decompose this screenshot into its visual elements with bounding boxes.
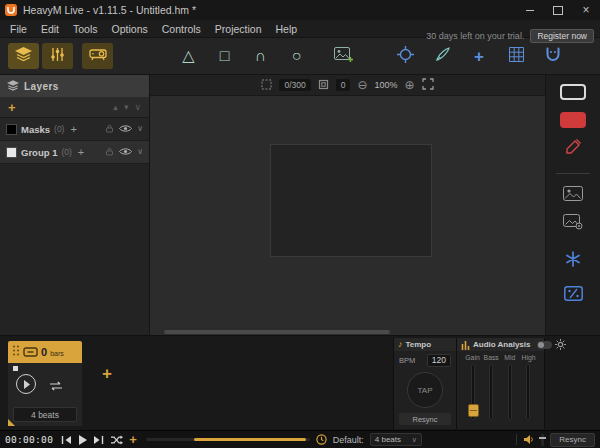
sort-down-icon[interactable]: ▾: [124, 103, 129, 112]
draw-edit-button[interactable]: [564, 138, 582, 160]
layer-color-swatch[interactable]: [6, 124, 17, 135]
projector-mode-button[interactable]: [82, 43, 113, 69]
minimize-button[interactable]: [516, 0, 544, 20]
circle-tool-button[interactable]: ○: [284, 48, 309, 64]
skip-start-button[interactable]: [61, 435, 72, 445]
lock-icon[interactable]: [105, 147, 114, 158]
layer-color-swatch[interactable]: [6, 147, 17, 158]
triangle-tool-button[interactable]: △: [176, 48, 201, 64]
menu-projection[interactable]: Projection: [208, 23, 269, 35]
crosshair-tool-button[interactable]: [394, 46, 416, 67]
gain-fader-handle[interactable]: [468, 404, 479, 417]
mapping-canvas[interactable]: [150, 96, 545, 335]
chevron-down-icon: ∨: [412, 436, 417, 443]
audio-settings-gear-icon[interactable]: [555, 336, 566, 354]
resync-button[interactable]: Resync: [550, 433, 595, 447]
sequencer-button[interactable]: [564, 286, 583, 305]
default-duration-select[interactable]: 4 beats ∨: [370, 433, 422, 446]
selection-count-badge: 0: [336, 79, 351, 91]
add-face-button[interactable]: +: [78, 147, 84, 158]
master-volume-fader[interactable]: [541, 434, 544, 446]
tempo-resync-button[interactable]: Resync: [399, 413, 451, 425]
drag-dots-icon: [12, 343, 20, 361]
zoom-fit-button[interactable]: [422, 76, 434, 94]
shape-tools: △ □ ∩ ○: [176, 38, 353, 74]
triangle-icon: △: [182, 47, 194, 64]
brush-icon: [435, 47, 450, 66]
add-face-button[interactable]: +: [70, 124, 76, 135]
sequence-resize-handle[interactable]: [8, 419, 15, 426]
expand-chevron-icon[interactable]: ∨: [137, 148, 143, 156]
default-duration-label: Default:: [333, 435, 364, 445]
bpm-value-field[interactable]: 120: [427, 354, 451, 367]
play-button[interactable]: [78, 435, 87, 445]
close-button[interactable]: ×: [572, 0, 600, 20]
visibility-eye-icon[interactable]: [119, 147, 132, 158]
gain-fader[interactable]: [471, 364, 475, 420]
zoom-out-button[interactable]: ⊖: [357, 79, 367, 91]
menu-edit[interactable]: Edit: [34, 23, 66, 35]
lock-icon[interactable]: [105, 124, 114, 135]
bottom-section: 0 bars 4 beats + ♪ Tempo: [0, 335, 600, 430]
expand-chevron-icon[interactable]: ∨: [137, 125, 143, 133]
menu-file[interactable]: File: [3, 23, 34, 35]
circle-icon: ○: [292, 47, 302, 64]
skip-end-button[interactable]: [93, 435, 104, 445]
layer-row-group1[interactable]: Group 1 (0) + ∨: [0, 141, 149, 164]
fill-style-button[interactable]: [560, 112, 586, 128]
add-point-tool-button[interactable]: +: [468, 48, 490, 65]
maximize-button[interactable]: [544, 0, 572, 20]
media-image-icon: [563, 186, 583, 205]
media-button[interactable]: [563, 186, 583, 205]
menu-options[interactable]: Options: [105, 23, 155, 35]
audio-enable-toggle[interactable]: [537, 341, 552, 349]
menu-controls[interactable]: Controls: [155, 23, 208, 35]
mid-label: Mid: [504, 354, 515, 361]
timeline-scrollbar-thumb[interactable]: [194, 438, 306, 441]
media-settings-button[interactable]: [563, 214, 583, 234]
crosshair-icon: [397, 46, 414, 67]
add-sequence-button[interactable]: +: [102, 364, 112, 384]
menu-help[interactable]: Help: [269, 23, 305, 35]
timeline-scrollbar[interactable]: [146, 438, 310, 441]
menu-tools[interactable]: Tools: [66, 23, 105, 35]
mid-fader[interactable]: [508, 364, 512, 420]
grid-tool-button[interactable]: [505, 47, 527, 66]
shuffle-button[interactable]: [110, 435, 123, 445]
sequence-header[interactable]: 0 bars: [8, 341, 82, 363]
collapse-all-icon[interactable]: ∨: [134, 103, 141, 112]
mixer-mode-button[interactable]: [42, 43, 73, 69]
audio-faders: Gain Bass Mid High: [457, 351, 544, 420]
high-fader[interactable]: [526, 364, 530, 420]
brush-tool-button[interactable]: [431, 47, 453, 66]
layers-panel-title: Layers: [24, 81, 59, 92]
canvas-horizontal-scrollbar[interactable]: [164, 330, 390, 334]
layer-row-masks[interactable]: Masks (0) + ∨: [0, 118, 149, 141]
outline-style-button[interactable]: [560, 84, 586, 100]
bass-fader[interactable]: [489, 364, 493, 420]
quad-tool-button[interactable]: □: [212, 48, 237, 64]
visibility-eye-icon[interactable]: [119, 124, 132, 135]
speaker-icon[interactable]: [523, 431, 535, 448]
sort-up-icon[interactable]: ▴: [113, 103, 118, 112]
arch-tool-button[interactable]: ∩: [248, 48, 273, 64]
high-label: High: [521, 354, 535, 361]
effects-button[interactable]: [565, 251, 581, 271]
tool-buttons: +: [394, 38, 564, 74]
layers-mode-button[interactable]: [8, 43, 39, 69]
add-group-button[interactable]: +: [8, 101, 16, 114]
add-marker-button[interactable]: +: [129, 433, 137, 446]
appearance-sidebar: [545, 75, 600, 335]
mode-buttons: [8, 43, 116, 69]
tap-tempo-button[interactable]: TAP: [407, 372, 443, 408]
add-media-button[interactable]: [334, 47, 353, 66]
zoom-in-button[interactable]: ⊕: [405, 79, 415, 91]
faders-icon: [50, 47, 65, 66]
sequence-play-button[interactable]: [16, 374, 36, 394]
sequence-panel: 0 bars 4 beats: [8, 341, 82, 426]
heavym-tool-button[interactable]: [542, 47, 564, 66]
sequence-repeat-button[interactable]: [48, 378, 64, 396]
sequence-duration-select[interactable]: 4 beats: [13, 407, 77, 422]
sequence-bar-value: 0: [41, 346, 47, 358]
register-button[interactable]: Register now: [530, 29, 594, 43]
